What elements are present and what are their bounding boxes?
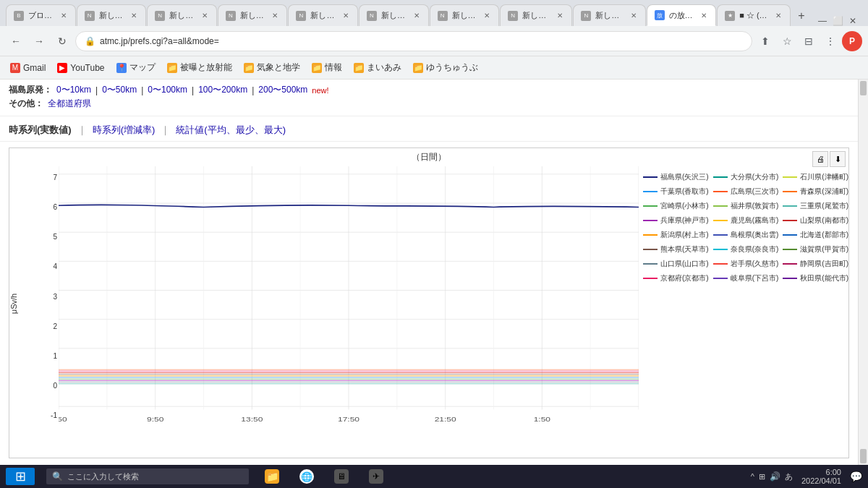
legend-label: 島根県(奥出雲) [731,230,779,240]
tab-statistics[interactable]: 統計値(平均、最少、最大) [176,124,286,137]
ime-indicator[interactable]: あ [785,471,793,482]
page-scrollbar[interactable] [858,80,868,465]
browser-tab-2[interactable]: N 新しい■ ✕ [77,4,147,26]
legend-label: 岩手県(久慈市) [731,259,779,269]
tab-close-icon[interactable]: ✕ [482,10,491,21]
tab-favicon: ★ [725,11,735,21]
status-right: ^ ⊞ 🔊 あ 6:00 2022/04/01 💬 [751,468,862,485]
legend-color-line [643,205,658,207]
browser-tab-6[interactable]: N 新しい■ ✕ [359,4,429,26]
restore-button[interactable]: ⬜ [833,16,843,26]
tab-close-icon[interactable]: ✕ [341,10,350,21]
browser-tab-1[interactable]: B ブログ■ ✕ [6,4,76,26]
nav-link-0to100[interactable]: 0〜100km [148,84,187,96]
more-button[interactable]: ⋮ [820,31,841,51]
tab-close-icon[interactable]: ✕ [200,10,209,21]
bookmark-気象と地学[interactable]: 📁 気象と地学 [239,60,305,75]
bookmark-YouTube[interactable]: ▶ YouTube [53,61,109,74]
refresh-button[interactable]: ↻ [52,31,72,51]
legend-label: 鹿児島(霧島市) [731,215,779,226]
bookmark-button[interactable]: ☆ [777,31,797,51]
browser-tab-9[interactable]: N 新しいW ✕ [573,4,645,26]
legend-color-line [713,205,728,207]
legend-color-line [643,278,658,279]
legend-label: 千葉県(香取市) [660,187,709,197]
print-button[interactable]: 🖨 [812,151,828,167]
notification-button[interactable]: 💬 [850,471,862,482]
bookmark-favicon: M [10,63,20,73]
tab-close-icon[interactable]: ✕ [629,10,638,21]
nav-link-100to200[interactable]: 100〜200km [198,84,247,96]
bookmark-ゆうちゅうぶ[interactable]: 📁 ゆうちゅうぶ [409,60,482,75]
bookmark-label: マップ [129,61,156,74]
tab-close-icon[interactable]: ✕ [412,10,421,21]
taskbar-app4[interactable]: ✈ [365,466,388,487]
tab-close-icon[interactable]: ✕ [699,10,708,21]
browser-tab-11[interactable]: ★ ■ ☆ (文■ ✕ [717,4,791,26]
legend-label: 三重県(尾鷲市) [800,201,848,211]
minimize-button[interactable]: — [818,16,827,26]
bookmark-favicon: 📁 [354,63,364,73]
bookmark-Gmail[interactable]: M Gmail [6,61,50,74]
svg-text:17:50: 17:50 [338,415,359,423]
legend-label: 熊本県(天草市) [660,244,709,254]
start-button[interactable]: ⊞ [6,468,35,485]
browser-tab-8[interactable]: N 新しいW ✕ [500,4,572,26]
tab-actual-values[interactable]: 時系列(実数値) [9,122,72,138]
keyboard-icon[interactable]: ⊞ [759,472,765,481]
legend-color-line [783,278,797,279]
svg-text:21:50: 21:50 [435,415,456,423]
share-button[interactable]: ⬆ [755,31,775,51]
taskbar-app3[interactable]: 🖥 [330,466,353,487]
bookmark-favicon: 📁 [312,63,322,73]
bookmark-マップ[interactable]: 📍 マップ [112,60,160,75]
download-button[interactable]: ⬇ [830,151,846,167]
tab-favicon: N [85,11,95,21]
nav-link-200to500[interactable]: 200〜500km [258,84,307,96]
browser-tab-4[interactable]: N 新しい■ ✕ [218,4,288,26]
legend-label: 静岡県(吉田町) [800,259,848,269]
bookmark-label: ゆうちゅうぶ [426,61,478,74]
legend-color-line [783,220,797,221]
bookmark-label: 情報 [325,61,342,74]
taskbar-explorer[interactable]: 📁 [260,466,284,487]
tab-close-icon[interactable]: ✕ [774,10,783,21]
new-tab-button[interactable]: + [791,6,812,26]
legend-item: 山口県(山口市) [643,259,709,269]
legend-label: 岐阜県(下呂市) [731,273,779,283]
tab-label: ブログ■ [28,10,55,21]
tab-close-icon[interactable]: ✕ [59,10,68,21]
lock-icon: 🔒 [85,36,95,46]
nav-link-0to50[interactable]: 0〜50km [102,84,137,96]
browser-tab-3[interactable]: N 新しい■ ✕ [147,4,217,26]
taskbar-chrome[interactable]: 🌐 [295,466,318,487]
profile-button[interactable]: P [842,31,862,51]
browser-tab-7[interactable]: N 新しい■ ✕ [430,4,500,26]
tab-close-icon[interactable]: ✕ [271,10,279,21]
forward-button[interactable]: → [29,31,49,51]
svg-text:13:50: 13:50 [241,415,263,423]
tab-change-rate[interactable]: 時系列(増減率) [93,124,156,137]
tab-search-button[interactable]: ⊟ [799,31,819,51]
tab-close-icon[interactable]: ✕ [129,10,138,21]
bookmark-被曝と放射能[interactable]: 📁 被曝と放射能 [163,60,237,75]
legend-item: 福井県(敦賀市) [713,201,779,211]
back-button[interactable]: ← [6,31,26,51]
address-bar[interactable]: 🔒 atmc.jp/prefs.cgi?a=all&mode= [75,31,752,51]
bookmark-まいあみ[interactable]: 📁 まいあみ [349,60,406,75]
tab-close-icon[interactable]: ✕ [556,10,564,21]
legend-color-line [783,263,797,265]
nav-link-0to10[interactable]: 0〜10km [56,84,91,96]
close-button[interactable]: ✕ [849,16,856,26]
caret-icon[interactable]: ^ [751,472,754,481]
volume-icon[interactable]: 🔊 [770,471,780,481]
legend-label: 福島県(矢沢三) [660,172,709,182]
nav-link-all-pref[interactable]: 全都道府県 [48,98,91,110]
legend-label: 福井県(敦賀市) [731,201,779,211]
legend-item: 京都府(京都市) [643,273,709,283]
browser-tab-10[interactable]: 放 の放射■ ✕ [647,4,717,26]
bookmark-情報[interactable]: 📁 情報 [307,60,346,75]
search-icon: 🔍 [52,471,63,481]
search-box[interactable]: 🔍 ここに入力して検索 [46,468,249,484]
browser-tab-5[interactable]: N 新しい■ ✕ [288,4,358,26]
